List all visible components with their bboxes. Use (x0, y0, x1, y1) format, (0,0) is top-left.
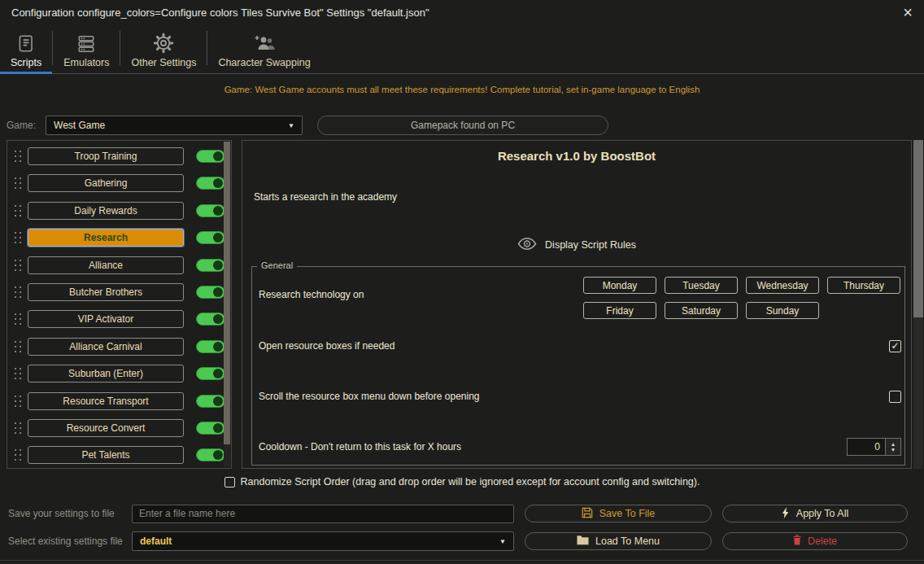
day-buttons-row-1: Monday Tuesday Wednesday Thursday (583, 277, 900, 294)
script-toggle[interactable] (196, 150, 225, 163)
script-row: Alliance Carnival (11, 338, 231, 356)
toggle-knob (213, 369, 223, 378)
script-button-troop-training[interactable]: Troop Training (28, 147, 184, 165)
script-button-vip-activator[interactable]: VIP Activator (28, 310, 184, 328)
drag-handle-icon[interactable] (13, 366, 23, 381)
apply-to-all-button[interactable]: Apply To All (722, 505, 908, 522)
tab-other-settings[interactable]: Other Settings (120, 24, 207, 73)
tab-bar: Scripts Emulators (0, 24, 924, 74)
script-toggle[interactable] (196, 177, 225, 190)
scrollbar-thumb[interactable] (224, 142, 230, 444)
drag-handle-icon[interactable] (13, 421, 23, 435)
script-row: Daily Rewards (11, 202, 231, 220)
tab-label: Scripts (11, 57, 41, 68)
script-button-resource-transport[interactable]: Resource Transport (28, 392, 184, 410)
script-toggle[interactable] (196, 395, 225, 408)
main-scrollbar[interactable] (913, 140, 923, 469)
script-toggle[interactable] (196, 340, 225, 353)
script-toggle[interactable] (196, 286, 225, 299)
script-toggle[interactable] (196, 367, 225, 380)
script-button-alliance-carnival[interactable]: Alliance Carnival (28, 338, 184, 356)
close-icon[interactable]: × (903, 4, 913, 20)
script-button-research[interactable]: Research (28, 229, 184, 247)
toggle-knob (213, 287, 223, 297)
script-toggle[interactable] (196, 259, 225, 272)
script-toggle[interactable] (196, 204, 225, 217)
script-button-daily-rewards[interactable]: Daily Rewards (28, 202, 184, 220)
day-button-tuesday[interactable]: Tuesday (665, 277, 738, 294)
randomize-checkbox[interactable] (224, 477, 235, 487)
spin-down-icon[interactable]: ▼ (891, 447, 896, 453)
toggle-knob (213, 342, 223, 352)
eye-icon (517, 237, 537, 253)
script-button-alliance[interactable]: Alliance (28, 256, 184, 274)
script-row: Resource Convert (11, 419, 231, 437)
cooldown-row: Cooldown - Don't return to this task for… (259, 438, 901, 456)
drag-handle-icon[interactable] (13, 448, 23, 462)
day-buttons-row-2: Friday Saturday Sunday (583, 302, 819, 319)
trash-icon (793, 535, 801, 548)
file-name-input[interactable] (132, 505, 514, 523)
drag-handle-icon[interactable] (13, 176, 23, 190)
drag-handle-icon[interactable] (13, 339, 23, 354)
scrollbar-thumb[interactable] (913, 140, 923, 317)
save-settings-row: Save your settings to file Save To File … (8, 504, 916, 523)
script-row: Suburban (Enter) (11, 365, 231, 383)
tab-scripts[interactable]: Scripts (0, 24, 52, 73)
script-button-suburban-enter[interactable]: Suburban (Enter) (28, 365, 184, 383)
day-button-wednesday[interactable]: Wednesday (746, 277, 819, 294)
script-row: Resource Transport (11, 392, 231, 410)
day-button-sunday[interactable]: Sunday (746, 302, 819, 319)
drag-handle-icon[interactable] (13, 394, 23, 409)
script-toggle[interactable] (196, 422, 225, 435)
display-script-rules[interactable]: Display Script Rules (242, 237, 911, 253)
script-toggle[interactable] (196, 231, 225, 244)
day-button-thursday[interactable]: Thursday (827, 277, 900, 294)
script-toggle[interactable] (196, 313, 225, 326)
scroll-menu-checkbox[interactable] (889, 391, 901, 403)
toggle-knob (213, 206, 223, 216)
tab-emulators[interactable]: Emulators (53, 24, 120, 73)
script-button-pet-talents[interactable]: Pet Talents (28, 446, 184, 464)
drag-handle-icon[interactable] (13, 285, 23, 299)
sidebar-scrollbar[interactable] (224, 142, 230, 467)
settings-file-select[interactable]: default ▼ (132, 531, 514, 551)
tab-character-swapping[interactable]: Character Swapping (207, 24, 320, 73)
drag-handle-icon[interactable] (13, 258, 23, 273)
drag-handle-icon[interactable] (13, 312, 23, 326)
title-bar: Configuration configure_colors=Configure… (0, 0, 924, 24)
gamepack-status-button[interactable]: Gamepack found on PC (317, 116, 608, 135)
day-button-saturday[interactable]: Saturday (665, 302, 738, 319)
script-toggle[interactable] (196, 448, 225, 461)
game-row: Game: West Game ▼ Gamepack found on PC (7, 115, 911, 136)
script-button-resource-convert[interactable]: Resource Convert (28, 419, 184, 437)
day-button-monday[interactable]: Monday (583, 277, 656, 294)
spinner-buttons[interactable]: ▲ ▼ (886, 438, 901, 456)
script-title: Research v1.0 by BoostBot (242, 149, 911, 163)
spin-up-icon[interactable]: ▲ (891, 441, 896, 447)
cooldown-spinner: 0 ▲ ▼ (847, 438, 901, 456)
drag-handle-icon[interactable] (13, 203, 23, 218)
chevron-down-icon: ▼ (288, 122, 294, 129)
cooldown-value[interactable]: 0 (847, 438, 886, 456)
delete-button[interactable]: Delete (722, 532, 908, 550)
drag-handle-icon[interactable] (13, 149, 23, 164)
script-button-gathering[interactable]: Gathering (28, 174, 184, 192)
groupbox-title: General (257, 260, 297, 270)
save-to-file-button[interactable]: Save To File (525, 505, 712, 522)
drag-handle-icon[interactable] (13, 230, 23, 245)
open-boxes-checkbox[interactable]: ✓ (889, 340, 901, 352)
tab-label: Other Settings (131, 57, 196, 68)
game-select[interactable]: West Game ▼ (46, 116, 303, 135)
day-button-friday[interactable]: Friday (583, 302, 656, 319)
research-days-label: Research technology on (259, 289, 364, 300)
load-to-menu-button[interactable]: Load To Menu (525, 532, 712, 550)
chevron-down-icon: ▼ (499, 538, 506, 545)
game-select-value: West Game (54, 120, 105, 131)
toggle-knob (213, 423, 223, 433)
open-boxes-label: Open resource boxes if needed (259, 340, 394, 352)
script-row: Alliance (11, 256, 231, 274)
script-button-butcher-brothers[interactable]: Butcher Brothers (28, 283, 184, 301)
display-script-rules-label: Display Script Rules (545, 239, 636, 251)
toggle-knob (213, 396, 223, 406)
